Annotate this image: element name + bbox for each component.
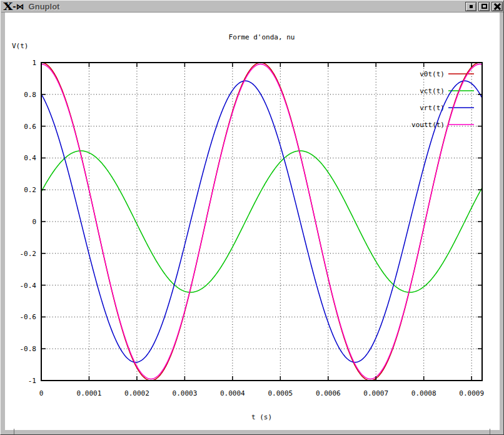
- x-tick-label: 0.0003: [173, 389, 198, 397]
- legend-label: vct(t): [420, 87, 445, 95]
- x11-logo-icon: X: [3, 1, 11, 12]
- x-tick-label: 0.0007: [363, 389, 388, 397]
- x-tick-label: 0.0004: [220, 389, 245, 397]
- y-axis-label: V(t): [12, 42, 29, 50]
- resize-corner-divider-left[interactable]: [14, 429, 14, 434]
- y-tick-label: 0: [32, 218, 36, 226]
- y-tick-label: 0.4: [24, 154, 36, 162]
- close-icon: [494, 3, 501, 10]
- y-tick-label: 1: [32, 59, 36, 67]
- x-axis-label: t (s): [251, 413, 272, 421]
- minimize-icon: [470, 5, 473, 8]
- x-tick-label: 0.0009: [459, 389, 484, 397]
- window-pin-icon: -⋈: [13, 3, 24, 11]
- close-button[interactable]: [491, 2, 503, 11]
- gnuplot-window: X -⋈ Gnuplot v0t(t)vct(t)vrt(t)voutt(t)0…: [0, 0, 504, 435]
- window-title: Gnuplot: [29, 2, 60, 11]
- y-tick-label: -0.4: [20, 282, 37, 290]
- y-tick-label: -0.2: [20, 250, 37, 258]
- legend-label: vrt(t): [420, 104, 445, 112]
- chart-title: Forme d'onda, nu: [229, 33, 295, 41]
- y-tick-label: 0.6: [24, 123, 36, 131]
- maximize-button[interactable]: [478, 2, 490, 11]
- x-tick-label: 0.0008: [411, 389, 436, 397]
- x-tick-label: 0.0002: [124, 389, 149, 397]
- grid: [41, 63, 482, 381]
- waveform-chart: v0t(t)vct(t)vrt(t)voutt(t)00.00010.00020…: [5, 13, 500, 430]
- y-tick-label: -1: [28, 377, 36, 385]
- y-tick-label: -0.8: [20, 345, 37, 353]
- window-controls: [465, 2, 503, 11]
- maximize-icon: [481, 4, 487, 9]
- minimize-button[interactable]: [465, 2, 476, 11]
- x-tick-label: 0.0001: [77, 389, 102, 397]
- y-tick-label: 0.8: [24, 91, 36, 99]
- y-tick-label: 0.2: [24, 186, 36, 194]
- legend-label: v0t(t): [420, 70, 445, 78]
- plot-canvas: v0t(t)vct(t)vrt(t)voutt(t)00.00010.00020…: [5, 13, 500, 430]
- legend-label: voutt(t): [411, 121, 445, 129]
- x-tick-label: 0: [39, 389, 44, 397]
- x-tick-label: 0.0005: [268, 389, 293, 397]
- titlebar[interactable]: X -⋈ Gnuplot: [1, 1, 504, 13]
- x-tick-label: 0.0006: [316, 389, 341, 397]
- y-tick-label: -0.6: [20, 313, 37, 321]
- resize-corner-divider-right[interactable]: [490, 429, 490, 434]
